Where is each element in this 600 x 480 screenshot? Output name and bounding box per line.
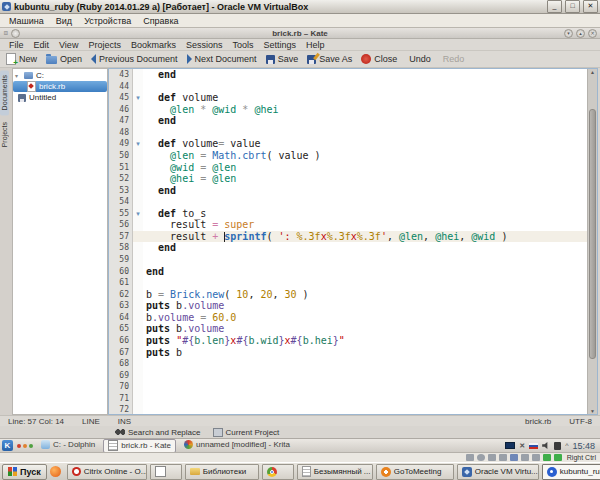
scrollbar-thumb[interactable] xyxy=(589,109,596,359)
code-line-52[interactable]: 52 @hei = @len xyxy=(109,173,587,185)
code-line-53[interactable]: 53 end xyxy=(109,185,587,197)
current-project-button[interactable]: Current Project xyxy=(213,428,280,437)
code-line-46[interactable]: 46 @len * @wid * @hei xyxy=(109,104,587,116)
code-line-72[interactable]: 72 xyxy=(109,404,587,414)
code-line-45[interactable]: 45▾ def volume xyxy=(109,92,587,104)
code-line-60[interactable]: 60end xyxy=(109,266,587,278)
sidebar-tab-documents[interactable]: Documents xyxy=(0,70,9,115)
kate-menu-view[interactable]: View xyxy=(54,40,83,50)
features-icon[interactable] xyxy=(543,454,551,461)
code-line-55[interactable]: 55▾ def to_s xyxy=(109,208,587,220)
close-button[interactable]: Close xyxy=(361,54,397,64)
tree-item-c[interactable]: ▾C: xyxy=(13,70,107,81)
kde-task-brick-rb-kate[interactable]: brick.rb - Kate xyxy=(103,439,176,453)
code-line-70[interactable]: 70 xyxy=(109,381,587,393)
launcher-dot-icon[interactable] xyxy=(17,444,21,448)
usb-icon[interactable] xyxy=(499,454,507,461)
code-line-47[interactable]: 47 end xyxy=(109,115,587,127)
code-line-63[interactable]: 63puts b.volume xyxy=(109,300,587,312)
code-line-49[interactable]: 49▾ def volume= value xyxy=(109,138,587,150)
save-as-button[interactable]: Save As xyxy=(307,54,352,64)
scroll-up-icon[interactable]: ▲ xyxy=(588,69,597,75)
save-button[interactable]: Save xyxy=(266,54,299,64)
display-icon[interactable] xyxy=(521,454,529,461)
code-line-59[interactable]: 59 xyxy=(109,254,587,266)
hdd-icon[interactable] xyxy=(466,454,474,461)
host-menu-вид[interactable]: Вид xyxy=(51,16,77,26)
kate-menu-settings[interactable]: Settings xyxy=(258,40,301,50)
code-line-54[interactable]: 54 xyxy=(109,196,587,208)
close-button[interactable]: ✕ xyxy=(583,0,598,13)
fold-marker-icon[interactable]: ▾ xyxy=(133,92,143,104)
code-line-68[interactable]: 68 xyxy=(109,358,587,370)
code-line-66[interactable]: 66puts "#{b.len}x#{b.wid}x#{b.hei}" xyxy=(109,335,587,347)
taskbar-button-безымянный[interactable]: Безымянный ... xyxy=(297,464,373,480)
start-button[interactable]: Пуск xyxy=(2,464,47,480)
sidebar-tab-projects[interactable]: Projects xyxy=(0,117,9,152)
speaker-icon[interactable] xyxy=(542,442,550,450)
code-line-65[interactable]: 65puts b.volume xyxy=(109,323,587,335)
next-document-button[interactable]: Next Document xyxy=(187,54,257,64)
monitor-tray-icon[interactable] xyxy=(505,442,515,449)
clipboard-icon[interactable] xyxy=(554,442,561,450)
firefox-icon[interactable] xyxy=(50,466,61,477)
redo-button[interactable]: Redo xyxy=(440,54,465,64)
kate-menu-help[interactable]: Help xyxy=(301,40,330,50)
code-line-58[interactable]: 58 end xyxy=(109,242,587,254)
expander-icon[interactable]: ▾ xyxy=(15,72,21,79)
fold-marker-icon[interactable]: ▾ xyxy=(133,138,143,150)
selection-mode[interactable]: LINE xyxy=(82,417,100,426)
kate-menu-file[interactable]: File xyxy=(4,40,29,50)
taskbar-button-word[interactable] xyxy=(150,464,182,480)
code-line-71[interactable]: 71 xyxy=(109,393,587,405)
taskbar-button-chrome[interactable] xyxy=(262,464,294,480)
fold-marker-icon[interactable]: ▾ xyxy=(133,208,143,220)
taskbar-button-citrix-online-o[interactable]: Citrix Online - O... xyxy=(67,464,147,480)
kde-task-unnamed-modified-krita[interactable]: unnamed [modified] - Krita xyxy=(180,439,294,451)
code-line-57[interactable]: 57 result + sprintf( ': %.3fx%.3fx%.3f',… xyxy=(109,231,587,243)
kate-menu-projects[interactable]: Projects xyxy=(83,40,126,50)
launcher-dot-icon[interactable] xyxy=(23,444,27,448)
undo-button[interactable]: Undo xyxy=(406,54,431,64)
code-line-56[interactable]: 56 result = super xyxy=(109,219,587,231)
code-line-69[interactable]: 69 xyxy=(109,370,587,382)
flag-ru-icon[interactable] xyxy=(529,443,538,449)
shared-folders-icon[interactable] xyxy=(510,454,518,461)
host-menu-устройства[interactable]: Устройства xyxy=(79,16,136,26)
code-line-64[interactable]: 64b.volume = 60.0 xyxy=(109,312,587,324)
code-line-43[interactable]: 43 end xyxy=(109,69,587,81)
scroll-down-icon[interactable]: ▼ xyxy=(588,408,597,414)
host-menu-справка[interactable]: Справка xyxy=(138,16,183,26)
tree-item-untitled[interactable]: Untitled xyxy=(13,92,107,103)
code-line-61[interactable]: 61 xyxy=(109,277,587,289)
network-icon[interactable] xyxy=(488,454,496,461)
video-capture-icon[interactable] xyxy=(532,454,540,461)
code-editor[interactable]: 43 end4445▾ def volume46 @len * @wid * @… xyxy=(108,68,598,415)
code-line-48[interactable]: 48 xyxy=(109,127,587,139)
taskbar-button-библиотеки[interactable]: Библиотеки xyxy=(185,464,259,480)
cd-icon[interactable] xyxy=(477,454,485,461)
code-line-50[interactable]: 50 @len = Math.cbrt( value ) xyxy=(109,150,587,162)
kde-task-c-dolphin[interactable]: C: - Dolphin xyxy=(37,439,99,451)
code-line-62[interactable]: 62b = Brick.new( 10, 20, 30 ) xyxy=(109,289,587,301)
restore-button[interactable]: □ xyxy=(565,0,580,13)
search-and-replace-button[interactable]: Search and Replace xyxy=(115,428,201,437)
kate-menu-bookmarks[interactable]: Bookmarks xyxy=(126,40,181,50)
kate-menu-edit[interactable]: Edit xyxy=(29,40,55,50)
kate-menu-sessions[interactable]: Sessions xyxy=(181,40,228,50)
caret-up-icon[interactable]: ^ xyxy=(565,442,568,449)
statusbar-encoding[interactable]: UTF-8 xyxy=(569,417,592,426)
code-line-51[interactable]: 51 @wid = @len xyxy=(109,162,587,174)
host-menu-машина[interactable]: Машина xyxy=(4,16,49,26)
launcher-dot-icon[interactable] xyxy=(29,444,33,448)
kate-menu-tools[interactable]: Tools xyxy=(227,40,258,50)
previous-document-button[interactable]: Previous Document xyxy=(91,54,178,64)
x-icon[interactable]: ✕ xyxy=(519,442,525,450)
open-button[interactable]: Open xyxy=(46,54,82,64)
insert-mode[interactable]: INS xyxy=(118,417,131,426)
taskbar-button-gotomeeting[interactable]: GoToMeeting xyxy=(376,464,454,480)
code-line-44[interactable]: 44 xyxy=(109,81,587,93)
taskbar-button-oracle-vm-virtu[interactable]: Oracle VM Virtu... xyxy=(457,464,539,480)
tree-item-brick-rb[interactable]: brick.rb xyxy=(13,81,107,92)
kde-menu-button[interactable]: K xyxy=(2,440,13,451)
